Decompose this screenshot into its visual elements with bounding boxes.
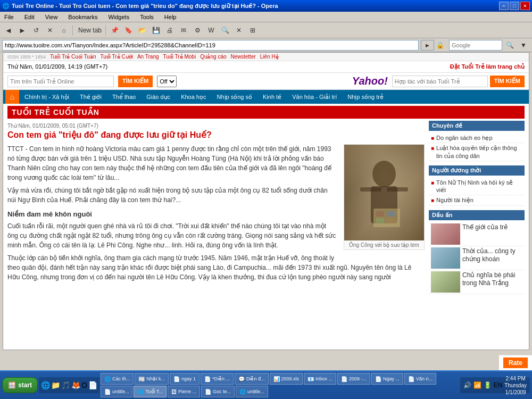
app-icon2[interactable]: 📄	[88, 381, 97, 389]
home-button[interactable]: ⌂	[57, 24, 70, 37]
taskbar-prog-untitle2[interactable]: 🌐 untitle...	[236, 386, 268, 397]
nav-home-button[interactable]: ⌂	[5, 90, 19, 104]
subnav-an-trang[interactable]: An Trang	[137, 54, 159, 60]
taskbar-prog-diend[interactable]: 💬 Diễn đ...	[235, 373, 269, 385]
sidebar-link-1[interactable]: Do ngân sách eo hẹp	[436, 134, 492, 142]
sidebar-item-1: ■ Do ngân sách eo hẹp	[429, 133, 525, 143]
menu-help[interactable]: Help	[162, 13, 179, 21]
close-button[interactable]: ×	[520, 2, 530, 10]
set-home-link[interactable]: Đặt Tuổi Trẻ làm trang chủ	[450, 63, 525, 70]
start-icon: 🪟	[8, 381, 16, 389]
start-button[interactable]: 🪟 start	[2, 377, 38, 393]
nav-vanhoa[interactable]: Văn hóa - Giải trí	[287, 90, 342, 104]
off-dropdown[interactable]: Off	[157, 76, 177, 87]
prog-label-13: Pierre ...	[178, 389, 196, 394]
nav-nhipsongtre[interactable]: Nhịp sống trẻ	[342, 90, 389, 104]
sidebar-item-4: ■ Người tài hiện	[429, 195, 525, 205]
sidebar-link-7[interactable]: Chủ nghĩa bè phái trong Nhà Trắng	[462, 271, 522, 288]
taskbar-prog-pierre[interactable]: 🖼 Pierre ...	[168, 386, 200, 397]
tb-btn-6[interactable]: ✉	[177, 24, 190, 37]
tb-btn-9[interactable]: 🔍	[219, 24, 231, 37]
nav-thethao[interactable]: Thể thao	[107, 90, 141, 104]
menu-file[interactable]: File	[2, 13, 16, 21]
subnav-cuoituan[interactable]: Tuổi Trẻ Cuối Tuần	[50, 54, 96, 60]
media-icon[interactable]: 🎵	[61, 381, 70, 389]
back-button[interactable]: ◄	[2, 24, 15, 37]
systray-icon-1: 🔊	[463, 381, 471, 389]
window-title: Tuoi Tre Online - Tuoi Tro Cuoi tuen - C…	[12, 3, 278, 10]
newtab-button[interactable]: New tab	[77, 24, 103, 37]
taskbar-prog-tuoit[interactable]: 🌐 Tuổi T...	[134, 386, 167, 397]
tb-btn-11[interactable]: ⊞	[246, 24, 259, 37]
taskbar-prog-vann[interactable]: 📄 Văn n...	[404, 373, 436, 385]
sidebar-link-6[interactable]: Thời của... công ty chứng khoán	[462, 247, 522, 264]
nav-giaoduc[interactable]: Giáo dục	[141, 90, 176, 104]
prog-label-2: Nhật k...	[146, 376, 165, 381]
tb-btn-4[interactable]: 💾	[149, 24, 162, 37]
subnav-mobi[interactable]: Tuổi Trẻ Mobi	[163, 54, 196, 60]
partner-search-input[interactable]	[392, 76, 488, 87]
nav-khoahoc[interactable]: Khoa học	[176, 90, 211, 104]
tb-btn-5[interactable]: 🖨	[163, 24, 176, 37]
subnav-newsletter[interactable]: Newsletter	[231, 54, 256, 60]
subnav-lienhe[interactable]: Liên Hệ	[260, 54, 279, 60]
taskbar-prog-dien1[interactable]: 📄 *Diễn ...	[201, 373, 234, 385]
nav-chinhtri[interactable]: Chính trị - Xã hội	[19, 90, 74, 104]
sidebar-link-3[interactable]: Tôn Nữ Thị Ninh và hối ký sẽ viết	[436, 179, 522, 194]
taskbar-prog-ngay2[interactable]: 📄 Ngay ...	[371, 373, 403, 385]
browser-search-input[interactable]	[449, 40, 502, 51]
prog-icon-8: 📄	[341, 376, 347, 382]
tb-btn-10[interactable]: ✕	[232, 24, 245, 37]
minimize-button[interactable]: −	[499, 2, 509, 10]
menu-tools[interactable]: Tools	[138, 13, 156, 21]
ie-icon[interactable]: 🌐	[41, 381, 50, 389]
tb-btn-1[interactable]: 📌	[108, 24, 121, 37]
search-button[interactable]: 🔍	[503, 39, 516, 52]
site-search-button[interactable]: TÌM KIẾM	[118, 76, 153, 87]
tb-btn-8[interactable]: W	[205, 24, 218, 37]
site-search-input[interactable]	[7, 76, 114, 87]
reload-button[interactable]: ↺	[30, 24, 43, 37]
subnav-cuoi[interactable]: Tuổi Trẻ Cười	[101, 54, 133, 60]
taskbar-prog-inbox[interactable]: 📧 Inbox ...	[304, 373, 336, 385]
prog-label-7: Inbox ...	[315, 376, 332, 381]
taskbar-prog-goc[interactable]: 📄 Goc te...	[201, 386, 235, 397]
tb-btn-3[interactable]: 📂	[136, 24, 148, 37]
firefox-icon[interactable]: 🦊	[71, 381, 80, 389]
systray-icon-3: 🔋	[484, 381, 492, 389]
go-button[interactable]: ►	[421, 40, 434, 51]
sidebar-link-4[interactable]: Người tài hiện	[436, 196, 473, 204]
forward-button[interactable]: ►	[16, 24, 29, 37]
stop-button[interactable]: ✕	[44, 24, 56, 37]
menu-bookmarks[interactable]: Bookmarks	[66, 13, 99, 21]
url-input[interactable]	[2, 40, 419, 51]
subnav-quangcao[interactable]: Quảng cáo	[200, 54, 226, 60]
nav-thegioi[interactable]: Thế giới	[74, 90, 107, 104]
taskbar-prog-2009dash[interactable]: 📄 2009 -...	[337, 373, 370, 385]
taskbar-prog-cac-th[interactable]: 🌐 Các th...	[101, 373, 134, 385]
sidebar-link-5[interactable]: Thế giới của trẻ	[462, 223, 508, 232]
maximize-button[interactable]: □	[510, 2, 519, 10]
opera-icon2[interactable]: O	[81, 381, 87, 389]
section-title: TUỔI TRẺ CUỐI TUẦN	[12, 108, 99, 117]
sidebar-item-2: ■ Luật hóa quyền tiếp cận thông tin của …	[429, 143, 525, 161]
rate-button[interactable]: Rate	[503, 358, 528, 368]
taskbar-prog-ngay1[interactable]: 📄 ngay 1	[170, 373, 200, 385]
sidebar-link-2[interactable]: Luật hóa quyền tiếp cận thông tin của cô…	[436, 144, 522, 160]
taskbar-prog-nhatk[interactable]: 📰 Nhật k...	[135, 373, 169, 385]
titlebar-buttons: − □ ×	[499, 2, 530, 10]
bullet-icon2: ■	[431, 145, 434, 151]
taskbar-prog-untitle[interactable]: 📄 untitle...	[101, 386, 133, 397]
menu-view[interactable]: View	[43, 13, 60, 21]
menu-widgets[interactable]: Widgets	[106, 13, 131, 21]
partner-search-button[interactable]: TÌM KIẾM	[490, 76, 525, 87]
folder-icon[interactable]: 📁	[51, 381, 60, 389]
tb-btn-7[interactable]: ⚙	[191, 24, 204, 37]
menu-edit[interactable]: Edit	[22, 13, 37, 21]
nav-nhipsongso[interactable]: Nhịp sống số	[212, 90, 258, 104]
taskbar-prog-2009xls[interactable]: 📊 2009.xls	[270, 373, 303, 385]
prog-icon-6: 📊	[273, 376, 280, 382]
tb-btn-2[interactable]: 🔖	[122, 24, 135, 37]
nav-kinhte[interactable]: Kinh tế	[257, 90, 287, 104]
search-options-button[interactable]: ▼	[517, 39, 530, 52]
